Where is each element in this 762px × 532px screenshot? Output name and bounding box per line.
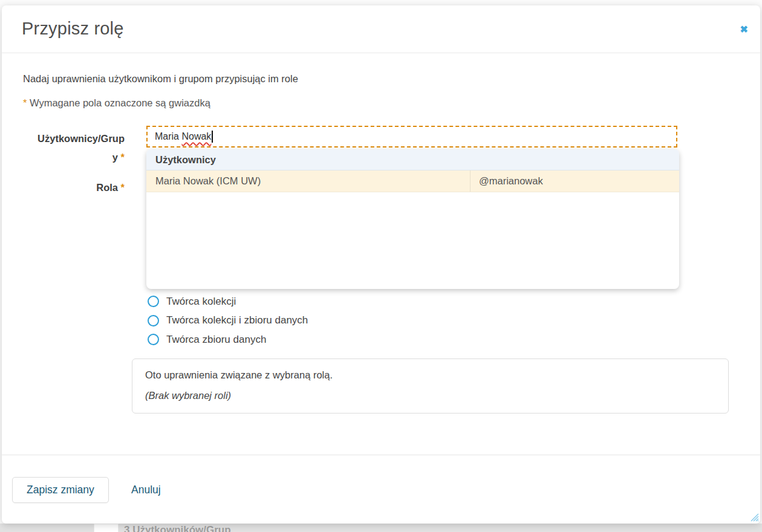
role-option-dataset-creator[interactable]: Twórca zbioru danych xyxy=(148,330,308,349)
assign-role-modal: Przypisz rolę ✖ Nadaj uprawnienia użytko… xyxy=(2,5,760,524)
role-option-label: Twórca kolekcji i zbioru danych xyxy=(166,314,308,326)
permissions-empty-state: (Brak wybranej roli) xyxy=(145,390,715,401)
users-groups-label: Użytkownicy/Grup y * xyxy=(20,129,125,167)
modal-title: Przypisz rolę xyxy=(22,19,124,39)
users-groups-input[interactable]: Maria Nowak xyxy=(146,126,677,148)
suggestion-display-name: Maria Nowak (ICM UW) xyxy=(146,170,471,192)
role-permissions-box: Oto uprawnienia związane z wybraną rolą.… xyxy=(132,358,729,414)
input-value-misspelled-word: Nowak xyxy=(181,131,211,142)
radio-unchecked-icon[interactable] xyxy=(148,315,159,326)
text-caret xyxy=(212,131,213,143)
role-option-collection-dataset-creator[interactable]: Twórca kolekcji i zbioru danych xyxy=(148,311,308,331)
permissions-intro-text: Oto uprawnienia związane z wybraną rolą. xyxy=(145,369,715,381)
modal-header: Przypisz rolę ✖ xyxy=(2,5,760,53)
footer-divider xyxy=(2,455,760,455)
dropdown-group-header: Użytkownicy xyxy=(146,149,679,170)
role-option-label: Twórca zbioru danych xyxy=(166,334,266,346)
required-fields-note: * Wymagane pola oznaczone są gwiazdką xyxy=(23,97,210,109)
resize-handle-icon[interactable] xyxy=(750,513,759,522)
role-option-label: Twórca kolekcji xyxy=(166,296,236,308)
role-label-text: Rola xyxy=(96,182,120,193)
users-groups-label-line2: y xyxy=(112,152,121,163)
users-groups-required-asterisk: * xyxy=(121,152,125,163)
input-value-text: Maria xyxy=(155,131,181,142)
save-changes-button[interactable]: Zapisz zmiany xyxy=(12,477,109,503)
role-label: Rola * xyxy=(20,182,125,193)
radio-unchecked-icon[interactable] xyxy=(148,296,159,307)
required-note-text: Wymagane pola oznaczone są gwiazdką xyxy=(27,97,210,108)
role-required-asterisk: * xyxy=(121,182,125,193)
cancel-button[interactable]: Anuluj xyxy=(131,477,161,503)
suggestion-handle: @marianowak xyxy=(471,170,679,192)
users-groups-label-line1: Użytkownicy/Grup xyxy=(37,133,125,144)
close-icon[interactable]: ✖ xyxy=(740,25,748,34)
autocomplete-dropdown: Użytkownicy Maria Nowak (ICM UW) @marian… xyxy=(146,149,679,289)
background-users-count-text: 3 Użytkowników/Grup xyxy=(124,524,231,532)
background-page-element xyxy=(94,524,119,532)
dropdown-suggestion-item[interactable]: Maria Nowak (ICM UW) @marianowak xyxy=(146,170,679,192)
modal-intro-text: Nadaj uprawnienia użytkownikom i grupom … xyxy=(23,73,298,85)
role-option-collection-creator[interactable]: Twórca kolekcji xyxy=(148,292,308,311)
role-options-group: Twórca kolekcji Twórca kolekcji i zbioru… xyxy=(148,292,308,349)
radio-unchecked-icon[interactable] xyxy=(148,334,159,345)
